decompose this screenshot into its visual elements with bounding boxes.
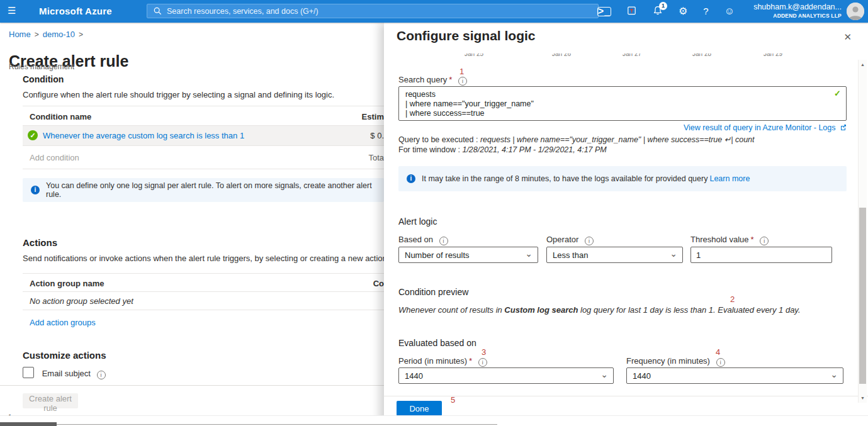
- frequency-label: Frequency (in minutes) i: [626, 356, 725, 366]
- directory-filter-icon[interactable]: [627, 6, 637, 18]
- preview-post: log query for last 1 day is less than 1.…: [578, 305, 800, 315]
- annotation-5: 5: [451, 395, 455, 405]
- action-group-empty-row: No action group selected yet: [23, 292, 384, 310]
- info-icon[interactable]: i: [760, 237, 769, 245]
- learn-more-link[interactable]: Learn more: [709, 174, 750, 183]
- add-condition-row: Add condition Tota: [23, 146, 384, 169]
- action-group-name-column: Action group name: [30, 279, 104, 288]
- done-button[interactable]: Done: [397, 401, 442, 416]
- footer-divider: [0, 385, 384, 386]
- chevron-down-icon: ⌄: [600, 369, 608, 379]
- operator-select[interactable]: Less than ⌄: [546, 247, 683, 263]
- condition-row[interactable]: ✓ Whenever the average custom log search…: [23, 126, 384, 146]
- scrollbar-thumb[interactable]: [859, 208, 866, 384]
- help-icon[interactable]: ?: [703, 6, 708, 16]
- breadcrumb-demo-10[interactable]: demo-10: [43, 30, 75, 39]
- configure-signal-logic-panel: Configure signal logic ✕ Jan 25 Jan 26 J…: [384, 23, 868, 426]
- based-on-value: Number of results: [405, 250, 470, 260]
- create-alert-rule-button[interactable]: Create alert rule: [23, 393, 78, 408]
- query-line-3: | where success==true: [405, 109, 830, 118]
- condition-row-link[interactable]: Whenever the average custom log search i…: [43, 131, 244, 140]
- query-line-2: | where name=="your_trigger_name": [405, 99, 830, 109]
- scroll-down-arrow[interactable]: ▼: [859, 396, 867, 400]
- search-query-input[interactable]: requests | where name=="your_trigger_nam…: [398, 86, 847, 121]
- panel-scrollbar[interactable]: ▲ ▼: [858, 60, 867, 403]
- notification-count-badge: 1: [659, 2, 667, 10]
- time-window-label: For time window :: [398, 145, 460, 154]
- account-menu[interactable]: shubham.k@addendan... ADDEND ANALYTICS L…: [753, 3, 842, 19]
- account-org: ADDEND ANALYTICS LLP: [753, 13, 842, 20]
- bottom-scrollbar[interactable]: [0, 415, 868, 426]
- email-subject-checkbox[interactable]: [23, 367, 34, 378]
- action-group-table-header: Action group name Co: [23, 274, 384, 292]
- query-line-1: requests: [405, 90, 830, 99]
- breadcrumb-separator: >: [79, 30, 83, 39]
- settings-gear-icon[interactable]: ⚙: [679, 6, 687, 16]
- add-condition-link[interactable]: Add condition: [30, 153, 79, 162]
- info-icon[interactable]: i: [585, 237, 594, 245]
- query-valid-check-icon: ✓: [834, 89, 841, 98]
- create-alert-rule-page: Home>demo-10> Create alert rule Rules ma…: [0, 23, 384, 426]
- annotation-3: 3: [482, 347, 486, 357]
- brand-title[interactable]: Microsoft Azure: [39, 6, 112, 16]
- annotation-4: 4: [716, 347, 720, 357]
- threshold-label: Threshold value* i: [690, 235, 769, 245]
- panel-footer-divider: [384, 396, 868, 396]
- breadcrumb-home[interactable]: Home: [9, 30, 31, 39]
- executed-query-line: Query to be executed : requests | where …: [398, 135, 755, 144]
- feedback-smiley-icon[interactable]: ☺: [724, 6, 735, 16]
- scroll-up-arrow[interactable]: ▲: [859, 62, 867, 67]
- estimated-cost-column: Estim: [362, 112, 384, 121]
- condition-table: Condition name Estim ✓ Whenever the aver…: [23, 106, 384, 169]
- add-action-groups-link[interactable]: Add action groups: [30, 318, 96, 327]
- info-icon[interactable]: i: [439, 237, 448, 245]
- condition-heading: Condition: [23, 74, 64, 84]
- period-value: 1440: [405, 371, 423, 381]
- view-result-link[interactable]: View result of query in Azure Monitor - …: [684, 123, 836, 132]
- total-cost-label: Tota: [368, 153, 384, 162]
- info-icon[interactable]: i: [97, 371, 106, 379]
- based-on-label: Based on i: [398, 235, 448, 245]
- operator-value: Less than: [553, 250, 588, 260]
- external-link-icon: [840, 124, 847, 130]
- required-mark: *: [449, 75, 452, 84]
- tick-label: Jan 26: [552, 53, 571, 57]
- chevron-down-icon: ⌄: [830, 369, 838, 379]
- condition-row-cost: $ 0.: [370, 131, 384, 140]
- email-subject-label: Email subject: [42, 369, 91, 378]
- hscroll-track-line: [57, 424, 497, 425]
- threshold-value-input[interactable]: [690, 247, 832, 263]
- notifications-bell-icon[interactable]: 1: [653, 6, 663, 18]
- logs-info-banner: i It may take in the range of 8 minutes,…: [398, 166, 847, 191]
- hamburger-menu-icon[interactable]: ☰: [8, 5, 16, 16]
- executed-query-label: Query to be executed :: [398, 135, 478, 144]
- search-input[interactable]: [166, 6, 558, 16]
- hscroll-thumb[interactable]: [0, 422, 57, 426]
- azure-portal-screen: ☰ Microsoft Azure >_ 1 ⚙ ? ☺ shubham.k@a…: [0, 0, 868, 426]
- tick-label: Jan 28: [692, 53, 711, 57]
- avatar[interactable]: [847, 3, 864, 20]
- chart-x-axis-ticks: Jan 25 Jan 26 Jan 27 Jan 28 Jan 29: [384, 53, 843, 59]
- based-on-select[interactable]: Number of results ⌄: [398, 247, 538, 263]
- frequency-value: 1440: [633, 371, 651, 381]
- based-on-label-text: Based on: [398, 235, 433, 244]
- tick-label: Jan 27: [623, 53, 641, 57]
- tick-label: Jan 25: [465, 53, 483, 57]
- view-result-row: View result of query in Azure Monitor - …: [684, 123, 847, 132]
- period-select[interactable]: 1440 ⌄: [398, 367, 614, 384]
- global-search[interactable]: [147, 4, 599, 18]
- panel-title: Configure signal logic: [397, 28, 536, 43]
- condition-preview-text: Whenever count of results in Custom log …: [398, 305, 801, 315]
- frequency-select[interactable]: 1440 ⌄: [626, 367, 843, 384]
- condition-description: Configure when the alert rule should tri…: [23, 90, 334, 99]
- search-query-label: Search query* i: [398, 75, 467, 85]
- operator-label-text: Operator: [546, 235, 578, 244]
- cloud-shell-icon[interactable]: >_: [597, 7, 611, 16]
- close-icon[interactable]: ✕: [843, 31, 852, 43]
- info-icon[interactable]: i: [478, 358, 487, 367]
- actions-heading: Actions: [23, 237, 57, 248]
- condition-name-column: Condition name: [30, 112, 91, 121]
- info-icon[interactable]: i: [458, 77, 467, 86]
- info-icon[interactable]: i: [716, 358, 725, 367]
- period-label-text: Period (in minutes): [398, 356, 467, 366]
